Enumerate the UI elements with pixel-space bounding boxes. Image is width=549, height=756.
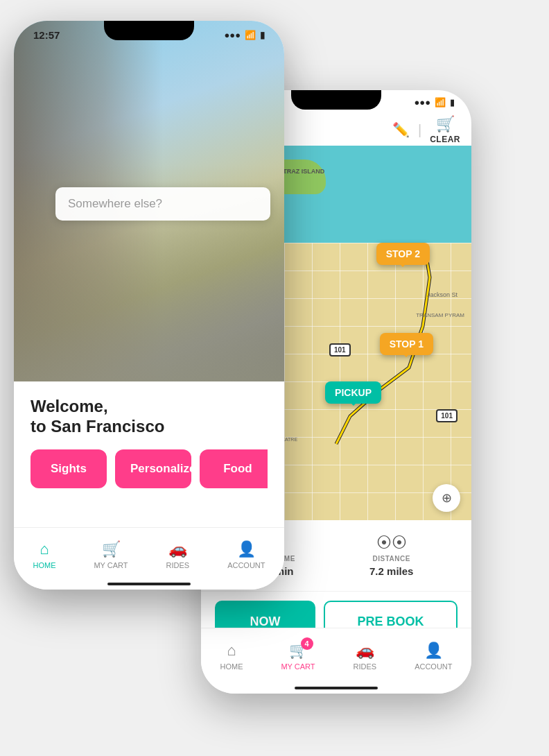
nav-my-cart[interactable]: 🛒 MY CART (94, 540, 128, 569)
highway-101b-badge: 101 (436, 409, 458, 422)
phone2-home-indicator (295, 687, 378, 689)
stop2-pin[interactable]: STOP 2 (376, 243, 430, 265)
status-icons: ●●● 📶 ▮ (224, 30, 265, 40)
nav-account[interactable]: 👤 ACCOUNT (227, 540, 265, 569)
phone1-device: 12:57 ●●● 📶 ▮ Somewhere else? Welcome, t… (14, 21, 284, 590)
ph2-rides-icon: 🚗 (356, 642, 374, 660)
ph2-account-icon: 👤 (424, 642, 443, 660)
nav-rides[interactable]: 🚗 RIDES (166, 540, 190, 569)
phone2-notch (291, 90, 381, 110)
search-bar[interactable]: Somewhere else? (55, 187, 270, 221)
phone1-bottom-nav: ⌂ HOME 🛒 MY CART 🚗 RIDES 👤 ACCOUNT (14, 527, 284, 590)
category-food[interactable]: Food (200, 449, 268, 488)
welcome-section: Welcome, to San Francisco Sights Persona… (14, 381, 284, 499)
cart-icon: 🛒 (436, 115, 455, 133)
category-personalized[interactable]: Personalized (115, 449, 191, 488)
cart-icon: 🛒 (102, 540, 121, 558)
phone2-status-icons: ●●● 📶 ▮ (414, 97, 455, 108)
cart-clear-button[interactable]: 🛒 CLEAR (430, 115, 460, 144)
rides-icon: 🚗 (168, 540, 187, 558)
phone2-signal-icon: ●●● (414, 97, 430, 108)
account-icon: 👤 (237, 540, 256, 558)
ph2-nav-cart[interactable]: 🛒 4 MY CART (281, 642, 315, 671)
home-icon: ⌂ (40, 540, 49, 558)
header-divider: | (418, 122, 421, 138)
distance-info: ⦿⦿ DISTANCE 7.2 miles (369, 534, 413, 577)
ph2-nav-account[interactable]: 👤 ACCOUNT (415, 642, 452, 671)
home-indicator (107, 583, 191, 585)
battery-icon: ▮ (260, 30, 265, 40)
ph2-nav-home[interactable]: ⌂ HOME (220, 642, 243, 671)
edit-button[interactable]: ✏️ (392, 121, 410, 138)
phone1-notch (104, 21, 194, 40)
ph2-nav-rides[interactable]: 🚗 RIDES (354, 642, 377, 671)
nav-home[interactable]: ⌂ HOME (33, 540, 55, 569)
signal-dots-icon: ●●● (224, 30, 241, 40)
welcome-text: Welcome, to San Francisco (31, 397, 268, 437)
highway-101-badge: 101 (329, 343, 351, 356)
cart-badge: 4 (301, 637, 313, 650)
distance-icon: ⦿⦿ (376, 534, 407, 552)
phone2-wifi-icon: 📶 (435, 97, 446, 108)
ph2-home-icon: ⌂ (227, 642, 236, 660)
search-placeholder-text: Somewhere else? (68, 197, 162, 210)
time-display: 12:57 (33, 29, 60, 41)
wifi-icon: 📶 (245, 30, 256, 40)
stop1-pin[interactable]: STOP 1 (380, 333, 433, 355)
phone2-battery-icon: ▮ (450, 97, 455, 108)
road-jackson-label: Jackson St (427, 291, 458, 298)
category-pills: Sights Personalized Food (31, 449, 268, 488)
transam-label: TRANSAM PYRAM (416, 312, 464, 318)
hero-image: Somewhere else? (14, 21, 284, 381)
category-sights[interactable]: Sights (31, 449, 107, 488)
phone2-bottom-nav: ⌂ HOME 🛒 4 MY CART 🚗 RIDES 👤 ACCOUNT (201, 628, 471, 694)
ph2-cart-icon-wrap: 🛒 4 (289, 642, 308, 660)
pickup-pin[interactable]: PICKUP (325, 381, 381, 404)
crosshair-icon: ⊕ (442, 490, 452, 506)
location-center-button[interactable]: ⊕ (433, 484, 460, 512)
